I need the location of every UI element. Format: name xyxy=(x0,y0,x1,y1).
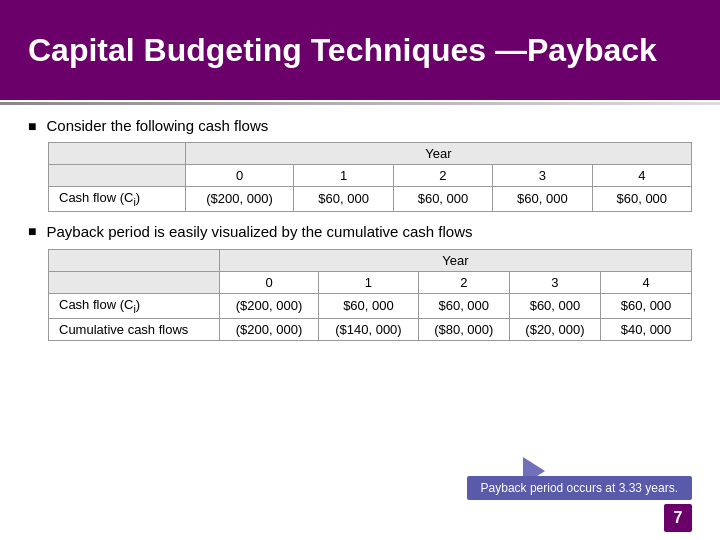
table1-year-row: Year xyxy=(49,143,692,165)
content-area: ■ Consider the following cash flows Year… xyxy=(0,105,720,540)
table2-cf-val-0: ($200, 000) xyxy=(219,294,318,319)
table-1: Year 0 1 2 3 4 Cash flow (Ci) ($200, 000… xyxy=(48,142,692,212)
table2-cum-val-3: ($20, 000) xyxy=(509,318,600,340)
bullet-2-text: Payback period is easily visualized by t… xyxy=(46,222,472,242)
bullet-icon-2: ■ xyxy=(28,223,36,239)
header: Capital Budgeting Techniques —Payback xyxy=(0,0,720,100)
table1-year-header: Year xyxy=(185,143,691,165)
table1-row-label: Cash flow (Ci) xyxy=(49,187,186,212)
table1-col-header-row: 0 1 2 3 4 xyxy=(49,165,692,187)
table2-cum-val-1: ($140, 000) xyxy=(319,318,418,340)
table2-cumulative-row: Cumulative cash flows ($200, 000) ($140,… xyxy=(49,318,692,340)
table1-col-empty xyxy=(49,165,186,187)
table2-cum-val-2: ($80, 000) xyxy=(418,318,509,340)
table2-col-header-row: 0 1 2 3 4 xyxy=(49,272,692,294)
payback-note: Payback period occurs at 3.33 years. xyxy=(467,476,692,500)
table2-cashflow-label: Cash flow (Ci) xyxy=(49,294,220,319)
table2-cashflow-row: Cash flow (Ci) ($200, 000) $60, 000 $60,… xyxy=(49,294,692,319)
table2-col-4: 4 xyxy=(601,272,692,294)
bullet-1: ■ Consider the following cash flows xyxy=(28,117,692,134)
table1-val-1: $60, 000 xyxy=(294,187,393,212)
table-2: Year 0 1 2 3 4 Cash flow (Ci) ($200, 000… xyxy=(48,249,692,341)
table1-empty-cell xyxy=(49,143,186,165)
table2-col-2: 2 xyxy=(418,272,509,294)
table2-empty-cell xyxy=(49,250,220,272)
table2-col-0: 0 xyxy=(219,272,318,294)
table1-col-4: 4 xyxy=(592,165,691,187)
table2-cumulative-label: Cumulative cash flows xyxy=(49,318,220,340)
table1-col-2: 2 xyxy=(393,165,492,187)
table2-cum-val-4: $40, 000 xyxy=(601,318,692,340)
bullet-2: ■ Payback period is easily visualized by… xyxy=(28,222,692,242)
table1-val-2: $60, 000 xyxy=(393,187,492,212)
slide: Capital Budgeting Techniques —Payback ■ … xyxy=(0,0,720,540)
table2-col-3: 3 xyxy=(509,272,600,294)
table1-col-1: 1 xyxy=(294,165,393,187)
slide-title: Capital Budgeting Techniques —Payback xyxy=(28,31,657,69)
table2-cf-val-1: $60, 000 xyxy=(319,294,418,319)
table2-year-row: Year xyxy=(49,250,692,272)
bullet-icon-1: ■ xyxy=(28,118,36,134)
table1-col-0: 0 xyxy=(185,165,294,187)
table2-col-empty xyxy=(49,272,220,294)
table2-col-1: 1 xyxy=(319,272,418,294)
table1-data-row: Cash flow (Ci) ($200, 000) $60, 000 $60,… xyxy=(49,187,692,212)
table1-val-4: $60, 000 xyxy=(592,187,691,212)
table2-cf-val-3: $60, 000 xyxy=(509,294,600,319)
bullet-1-text: Consider the following cash flows xyxy=(46,117,268,134)
table2-year-header: Year xyxy=(219,250,691,272)
page-number: 7 xyxy=(664,504,692,532)
table1-val-3: $60, 000 xyxy=(493,187,592,212)
table2-cf-val-4: $60, 000 xyxy=(601,294,692,319)
table2-cum-val-0: ($200, 000) xyxy=(219,318,318,340)
table1-col-3: 3 xyxy=(493,165,592,187)
table2-cf-val-2: $60, 000 xyxy=(418,294,509,319)
table1-val-0: ($200, 000) xyxy=(185,187,294,212)
